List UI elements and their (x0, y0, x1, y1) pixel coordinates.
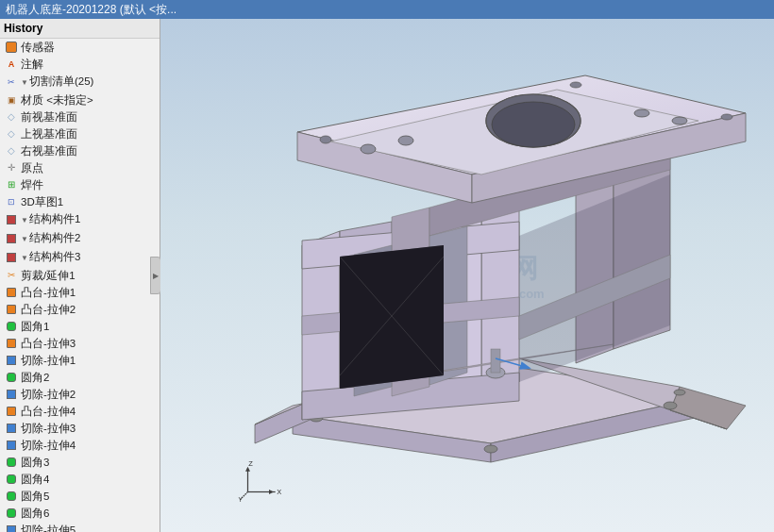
tree-item-boss-extrude2[interactable]: 凸台-拉伸2 (0, 301, 160, 318)
tree-item-label-trim1: 剪裁/延伸1 (21, 268, 76, 283)
tree-item-label-cut-extrude2: 切除-拉伸2 (21, 387, 76, 402)
tree-item-label-fillet1: 圆角1 (21, 319, 49, 334)
tree-item-icon-top-plane: ◇ (4, 126, 19, 141)
tree-item-label-cut-extrude3: 切除-拉伸3 (21, 421, 76, 436)
svg-point-34 (570, 82, 581, 88)
tree-item-icon-struct1 (4, 212, 19, 227)
tree-item-boss-extrude3[interactable]: 凸台-拉伸3 (0, 335, 160, 352)
tree-item-label-boss-extrude2: 凸台-拉伸2 (21, 302, 76, 317)
tree-item-label-fillet2: 圆角2 (21, 370, 49, 385)
left-panel-wrapper: History 传感器 A 注解 ✂ ▼切割清单(25) ▣ 材质 <未指定> … (0, 19, 160, 532)
tree-item-struct2[interactable]: ▼结构构件2 (0, 229, 160, 248)
tree-item-top-plane[interactable]: ◇ 上视基准面 (0, 125, 160, 142)
title-bar: 机器人底座-20201228 (默认 <按... (0, 0, 774, 19)
tree-item-label-origin: 原点 (21, 160, 43, 175)
tree-item-fillet1[interactable]: 圆角1 (0, 318, 160, 335)
tree-item-sensors[interactable]: 传感器 (0, 39, 160, 56)
tree-item-label-fillet3: 圆角3 (21, 455, 49, 470)
svg-point-29 (361, 144, 376, 154)
tree-item-fillet3[interactable]: 圆角3 (0, 454, 160, 471)
tree-item-icon-boss-extrude2 (4, 302, 19, 317)
tree-item-cutlist[interactable]: ✂ ▼切割清单(25) (0, 73, 160, 91)
tree-item-icon-cut-extrude3 (4, 421, 19, 436)
tree-item-icon-weld: ⊞ (4, 177, 19, 192)
tree-item-label-annotation: 注解 (21, 57, 43, 72)
tree-items: 传感器 A 注解 ✂ ▼切割清单(25) ▣ 材质 <未指定> ◇ 前视基准面 … (0, 39, 160, 532)
3d-model-svg (217, 38, 774, 519)
svg-point-33 (320, 136, 331, 143)
svg-text:Z: Z (248, 459, 253, 468)
tree-header: History (0, 19, 160, 39)
tree-item-trim1[interactable]: ✂ 剪裁/延伸1 (0, 267, 160, 284)
tree-item-fillet6[interactable]: 圆角6 (0, 505, 160, 522)
tree-item-origin[interactable]: ✛ 原点 (0, 159, 160, 176)
tree-item-cut-extrude3[interactable]: 切除-拉伸3 (0, 420, 160, 437)
tree-item-struct3[interactable]: ▼结构构件3 (0, 248, 160, 267)
tree-item-label-boss-extrude4: 凸台-拉伸4 (21, 404, 76, 419)
tree-item-fillet4[interactable]: 圆角4 (0, 471, 160, 488)
tree-item-label-boss-extrude1: 凸台-拉伸1 (21, 285, 76, 300)
svg-marker-56 (269, 490, 274, 494)
tree-item-struct1[interactable]: ▼结构构件1 (0, 210, 160, 229)
tree-item-label-sensors: 传感器 (21, 40, 55, 55)
tree-item-label-fillet6: 圆角6 (21, 506, 49, 521)
tree-item-icon-front-plane: ◇ (4, 109, 19, 125)
tree-item-label-drawing3d: 3D草图1 (21, 194, 63, 209)
tree-item-label-fillet5: 圆角5 (21, 489, 49, 504)
svg-text:Y: Y (239, 496, 244, 503)
svg-point-9 (664, 402, 677, 409)
3d-viewport[interactable]: ⟨沐风网 www.mfcad.com (160, 19, 774, 532)
title-text: 机器人底座-20201228 (默认 <按... (6, 2, 177, 18)
tree-item-fillet5[interactable]: 圆角5 (0, 488, 160, 505)
tree-item-drawing3d[interactable]: ⊡ 3D草图1 (0, 193, 160, 210)
tree-item-weld[interactable]: ⊞ 焊件 (0, 176, 160, 193)
tree-item-right-plane[interactable]: ◇ 右视基准面 (0, 142, 160, 159)
tree-item-label-cut-extrude1: 切除-拉伸1 (21, 353, 76, 368)
tree-item-annotation[interactable]: A 注解 (0, 56, 160, 73)
tree-item-label-cut-extrude4: 切除-拉伸4 (21, 438, 76, 453)
tree-item-label-top-plane: 上视基准面 (21, 126, 77, 141)
tree-item-icon-cut-extrude5 (4, 523, 19, 532)
tree-item-icon-origin: ✛ (4, 160, 19, 175)
tree-item-icon-fillet6 (4, 506, 19, 521)
tree-item-icon-boss-extrude3 (4, 336, 19, 351)
tree-item-icon-cut-extrude2 (4, 387, 19, 402)
tree-item-icon-struct3 (4, 250, 19, 265)
tree-item-cut-extrude5[interactable]: 切除-拉伸5 (0, 522, 160, 532)
tree-item-cut-extrude1[interactable]: 切除-拉伸1 (0, 352, 160, 369)
tree-item-label-struct2: ▼结构构件2 (21, 230, 80, 247)
tree-item-label-fillet4: 圆角4 (21, 472, 49, 487)
svg-point-8 (484, 445, 497, 453)
tree-item-fillet2[interactable]: 圆角2 (0, 369, 160, 386)
tree-item-icon-fillet1 (4, 319, 19, 334)
axis-indicator: Z X Y (236, 457, 283, 504)
tree-item-icon-sensors (4, 40, 19, 55)
tree-item-boss-extrude1[interactable]: 凸台-拉伸1 (0, 284, 160, 301)
tree-item-cut-extrude2[interactable]: 切除-拉伸2 (0, 386, 160, 403)
tree-item-icon-fillet2 (4, 370, 19, 385)
tree-item-icon-right-plane: ◇ (4, 143, 19, 158)
tree-item-icon-boss-extrude4 (4, 404, 19, 419)
tree-item-label-struct3: ▼结构构件3 (21, 249, 80, 266)
tree-item-cut-extrude4[interactable]: 切除-拉伸4 (0, 437, 160, 454)
svg-point-28 (492, 102, 575, 147)
svg-point-31 (634, 109, 649, 117)
svg-point-30 (398, 136, 413, 145)
tree-item-front-plane[interactable]: ◇ 前视基准面 (0, 108, 160, 125)
tree-item-icon-fillet4 (4, 472, 19, 487)
tree-item-icon-cutlist: ✂ (4, 75, 19, 90)
tree-item-label-right-plane: 右视基准面 (21, 143, 77, 158)
tree-item-material[interactable]: ▣ 材质 <未指定> (0, 91, 160, 108)
svg-point-11 (674, 390, 685, 395)
tree-item-icon-drawing3d: ⊡ (4, 194, 19, 209)
feature-tree[interactable]: History 传感器 A 注解 ✂ ▼切割清单(25) ▣ 材质 <未指定> … (0, 19, 160, 532)
tree-item-label-front-plane: 前视基准面 (21, 109, 77, 125)
svg-marker-41 (340, 245, 444, 389)
svg-point-32 (672, 117, 687, 125)
tree-item-icon-trim1: ✂ (4, 268, 19, 283)
svg-rect-47 (491, 349, 500, 373)
tree-item-icon-material: ▣ (4, 92, 19, 108)
tree-item-boss-extrude4[interactable]: 凸台-拉伸4 (0, 403, 160, 420)
tree-item-label-material: 材质 <未指定> (21, 92, 93, 108)
tree-item-label-cutlist: ▼切割清单(25) (21, 74, 93, 91)
